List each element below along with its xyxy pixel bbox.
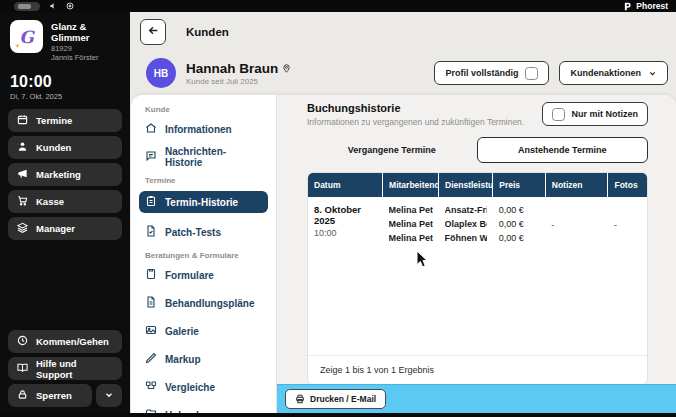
lock-icon xyxy=(17,389,28,402)
sidebar-item-termine[interactable]: Termine xyxy=(8,109,122,132)
sidebar: G✦ Glanz & Glimmer 81929 Jannis Förster … xyxy=(0,0,130,417)
nav-item-label: Markup xyxy=(165,354,201,365)
chevron-down-icon xyxy=(104,390,114,402)
notes-filter-checkbox[interactable] xyxy=(552,108,565,121)
profile-complete-button[interactable]: Profil vollständig xyxy=(434,61,549,85)
sidebar-item-kunden[interactable]: Kunden xyxy=(8,136,122,159)
booking-history-subtitle: Informationen zu vergangenen und zukünft… xyxy=(307,117,524,127)
sidebar-footer: Kommen/Gehen Hilfe und Support Sperren xyxy=(0,330,130,411)
sidebar-item-label: Manager xyxy=(36,223,75,234)
sidebar-item-label: Marketing xyxy=(36,169,81,180)
nav-item-patch-tests[interactable]: Patch-Tests xyxy=(139,223,268,241)
nav-item-nachrichten-historie[interactable]: Nachrichten-Historie xyxy=(139,148,268,166)
nav-item-informationen[interactable]: Informationen xyxy=(139,120,268,138)
chevron-down-icon xyxy=(648,69,657,78)
nav-item-galerie[interactable]: Galerie xyxy=(139,322,268,340)
sidebar-item-kommen-gehen[interactable]: Kommen/Gehen xyxy=(8,330,122,353)
nav-section-beratungen: Beratungen & Formulare xyxy=(145,251,276,260)
sperren-expand-button[interactable] xyxy=(96,384,122,407)
client-actions-button[interactable]: Kundenaktionen xyxy=(559,61,668,85)
back-button[interactable] xyxy=(140,19,166,45)
salon-id: 81929 xyxy=(51,44,122,53)
appointments-table: Datum Mitarbeitende(r) Dienstleistung Pr… xyxy=(308,173,647,250)
booking-history-panel: Buchungshistorie Informationen zu vergan… xyxy=(277,95,676,417)
sidebar-item-marketing[interactable]: Marketing xyxy=(8,163,122,186)
layers-icon xyxy=(17,222,28,235)
sidebar-item-hilfe-support[interactable]: Hilfe und Support xyxy=(8,357,122,380)
page-title: Kunden xyxy=(186,26,229,38)
calendar-icon xyxy=(17,114,28,127)
sidebar-item-label: Sperren xyxy=(36,390,72,401)
salon-logo: G✦ xyxy=(10,20,43,53)
nav-item-behandlungsplaene[interactable]: Behandlungspläne xyxy=(139,294,268,312)
nav-item-vergleiche[interactable]: Vergleiche xyxy=(139,378,268,396)
sidebar-item-label: Kommen/Gehen xyxy=(36,336,109,347)
clipboard-icon xyxy=(145,195,157,209)
document-check-icon xyxy=(145,225,157,239)
print-email-label: Drucken / E-Mail xyxy=(310,394,376,404)
nav-item-label: Formulare xyxy=(165,270,214,281)
cart-icon xyxy=(17,195,28,208)
chat-icon xyxy=(145,150,157,164)
notes-filter-button[interactable]: Nur mit Notizen xyxy=(542,102,649,126)
col-mitarbeitende: Mitarbeitende(r) xyxy=(383,173,439,197)
cell-notes: - xyxy=(545,197,608,250)
tab-vergangene-termine[interactable]: Vergangene Termine xyxy=(307,137,477,163)
status-bar: Phorest xyxy=(0,0,676,12)
cell-photos: - xyxy=(608,197,647,250)
clock-icon xyxy=(17,335,28,348)
nav-item-label: Behandlungspläne xyxy=(165,298,254,309)
cell-price: 0,00 € 0,00 € 0,00 € xyxy=(493,197,546,250)
results-summary: Zeige 1 bis 1 von 1 Ergebnis xyxy=(308,355,647,384)
sidebar-menu: Termine Kunden Marketing Kasse Manager xyxy=(0,109,130,240)
megaphone-icon xyxy=(17,168,28,181)
page-header: Kunden xyxy=(130,12,676,52)
salon-info: G✦ Glanz & Glimmer 81929 Jannis Förster xyxy=(10,20,122,63)
col-preis: Preis xyxy=(493,173,546,197)
sidebar-item-label: Termine xyxy=(36,115,72,126)
appointments-table-card: Datum Mitarbeitende(r) Dienstleistung Pr… xyxy=(307,172,648,385)
bottom-edge xyxy=(0,413,676,417)
arrow-left-icon xyxy=(147,23,160,41)
book-icon xyxy=(17,362,28,375)
pencil-icon xyxy=(145,352,157,366)
table-header-row: Datum Mitarbeitende(r) Dienstleistung Pr… xyxy=(308,173,647,197)
client-name: Hannah Braun xyxy=(186,61,278,76)
phorest-p-icon xyxy=(623,2,632,11)
nav-item-label: Galerie xyxy=(165,326,199,337)
mouse-cursor xyxy=(416,250,429,273)
staff-name: Jannis Förster xyxy=(51,53,122,62)
app-window: Phorest G✦ Glanz & Glimmer 81929 Jannis … xyxy=(0,0,676,417)
sidebar-item-label: Hilfe und Support xyxy=(36,358,113,380)
bottom-action-bar: Drucken / E-Mail xyxy=(277,384,676,413)
nav-item-termin-historie[interactable]: Termin-Historie xyxy=(139,191,268,213)
document-lines-icon xyxy=(145,296,157,310)
nav-item-label: Vergleiche xyxy=(165,382,215,393)
table-row[interactable]: 8. Oktober 2025 10:00 Melina Petro... Me… xyxy=(308,197,647,250)
record-icon xyxy=(66,2,74,10)
cell-date: 8. Oktober 2025 10:00 xyxy=(308,197,383,250)
cell-staff: Melina Petro... Melina Petro... Melina P… xyxy=(383,197,439,250)
sidebar-item-manager[interactable]: Manager xyxy=(8,217,122,240)
print-email-button[interactable]: Drucken / E-Mail xyxy=(285,389,386,409)
speaker-icon xyxy=(49,2,57,10)
clock-date: Di, 7. Okt. 2025 xyxy=(10,92,120,101)
sidebar-item-sperren[interactable]: Sperren xyxy=(8,384,92,407)
profile-complete-checkbox[interactable] xyxy=(525,67,538,80)
nav-item-label: Patch-Tests xyxy=(165,227,221,238)
nav-item-markup[interactable]: Markup xyxy=(139,350,268,368)
image-icon xyxy=(145,324,157,338)
tab-anstehende-termine[interactable]: Anstehende Termine xyxy=(477,137,649,163)
compare-icon xyxy=(145,380,157,394)
col-dienstleistung: Dienstleistung xyxy=(439,173,493,197)
sidebar-item-kasse[interactable]: Kasse xyxy=(8,190,122,213)
client-nav: Kunde Informationen Nachrichten-Historie… xyxy=(131,95,277,417)
avatar: HB xyxy=(146,58,176,88)
profile-complete-label: Profil vollständig xyxy=(445,68,518,78)
appointments-tabs: Vergangene Termine Anstehende Termine xyxy=(307,137,648,163)
nav-item-label: Informationen xyxy=(165,124,232,135)
location-pin-icon[interactable] xyxy=(282,63,291,74)
sidebar-item-label: Kasse xyxy=(36,196,64,207)
nav-item-formulare[interactable]: Formulare xyxy=(139,266,268,284)
col-datum: Datum xyxy=(308,173,383,197)
